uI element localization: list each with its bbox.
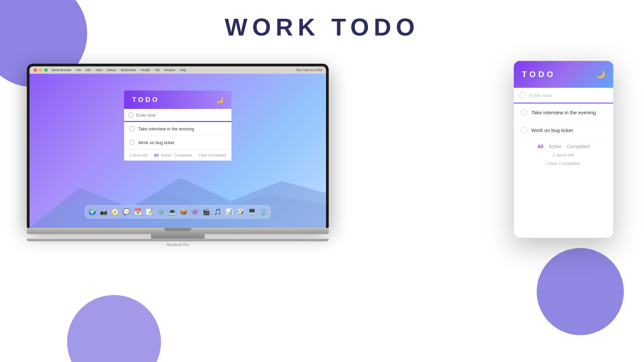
- macbook-notch: [164, 228, 191, 231]
- todo-app-laptop: TODO 🌙 Take interview in the evening: [124, 90, 231, 161]
- dock-icon-messages[interactable]: 💬: [121, 207, 131, 217]
- todo-header-laptop: TODO 🌙: [124, 90, 231, 109]
- page-title: WORK TODO: [225, 13, 420, 41]
- input-circle-laptop: [128, 112, 133, 118]
- item-checkbox-2-laptop[interactable]: [129, 140, 135, 145]
- menubar-items: Brave Browser File Edit View History Boo…: [52, 68, 186, 72]
- phone-item-checkbox-1[interactable]: [521, 109, 527, 116]
- phone-input-circle: [519, 92, 526, 99]
- phone-items-left: 2 items left: [553, 153, 574, 158]
- item-checkbox-1-laptop[interactable]: [129, 126, 135, 131]
- phone-filter-completed[interactable]: Completed: [567, 144, 590, 149]
- filter-group-laptop: All Active Completed: [154, 153, 192, 157]
- close-button-dot[interactable]: [34, 68, 37, 72]
- bg-decoration-bottom-left: [67, 295, 161, 362]
- phone-moon-icon[interactable]: 🌙: [596, 70, 605, 79]
- menu-file[interactable]: File: [76, 68, 81, 72]
- menu-people[interactable]: People: [141, 68, 150, 72]
- phone-item-text-2: Work on bug ticket: [531, 127, 573, 133]
- item-text-2-laptop: Work on bug ticket: [138, 140, 174, 145]
- dock-icon-calendar[interactable]: 📅: [133, 207, 143, 217]
- minimize-button-dot[interactable]: [39, 68, 42, 72]
- dock-icon-settings[interactable]: ⚙️: [156, 207, 166, 217]
- item-text-1-laptop: Take interview in the evening: [138, 126, 194, 131]
- phone-body-empty: [514, 171, 613, 238]
- items-left-laptop: 2 items left: [129, 153, 147, 157]
- dock-icon-game[interactable]: 🎲: [235, 207, 246, 217]
- macbook-screen-outer: Brave Browser File Edit View History Boo…: [27, 64, 329, 228]
- phone-todo-item-2: Work on bug ticket: [514, 121, 613, 139]
- phone-clear-completed[interactable]: Clear Completed: [547, 161, 580, 166]
- dock-icon-music[interactable]: 🎵: [213, 207, 223, 217]
- phone-todo-list: Take interview in the evening Work on bu…: [514, 104, 613, 139]
- dock-icon-discord[interactable]: 👾: [190, 207, 200, 217]
- menu-view[interactable]: View: [96, 68, 102, 72]
- clear-completed-laptop[interactable]: Clear Completed: [198, 153, 226, 157]
- phone-todo-header: TODO 🌙: [514, 61, 613, 88]
- dock-icon-archive[interactable]: 📦: [178, 207, 189, 217]
- menu-history[interactable]: History: [107, 68, 116, 72]
- dock-icon-trash[interactable]: 🗑️: [258, 207, 268, 217]
- menubar-datetime: Thu 7 Dec 9:17 PM: [296, 68, 322, 72]
- dock-icon-notes[interactable]: 📝: [144, 207, 154, 217]
- dock-icon-monitor[interactable]: 🖥️: [247, 207, 257, 217]
- phone-mockup: TODO 🌙 Enter task Take interview in the …: [513, 60, 614, 238]
- todo-item-2-laptop: Work on bug ticket: [124, 136, 231, 149]
- phone-frame: TODO 🌙 Enter task Take interview in the …: [513, 60, 614, 238]
- macos-dock: 🌍 📷 🧭 💬 📅 📝 ⚙️ 💻 📦 👾 🎬 🎵 📊 🎲 🖥️ 🗑️: [85, 205, 271, 219]
- filter-active-laptop[interactable]: Active: [161, 153, 171, 157]
- phone-todo-title: TODO: [522, 70, 556, 79]
- macbook-menubar: Brave Browser File Edit View History Boo…: [30, 66, 326, 74]
- phone-input-area: Enter task: [514, 88, 613, 104]
- phone-todo-item-1: Take interview in the evening: [514, 104, 613, 121]
- menu-window[interactable]: Window: [164, 68, 175, 72]
- menu-app[interactable]: Brave Browser: [52, 68, 71, 72]
- macbook-label: MacBook Pro: [27, 243, 329, 247]
- phone-item-checkbox-2[interactable]: [521, 127, 527, 133]
- phone-footer: All Active Completed 2 items left Clear …: [514, 139, 613, 171]
- phone-item-text-1: Take interview in the evening: [531, 110, 596, 115]
- macbook-screen: TODO 🌙 Take interview in the evening: [30, 74, 326, 228]
- dock-icon-stats[interactable]: 📊: [224, 207, 234, 217]
- phone-input-placeholder[interactable]: Enter task: [529, 93, 552, 98]
- todo-title-laptop: TODO: [132, 96, 159, 104]
- dock-icon-safari[interactable]: 🧭: [110, 207, 120, 217]
- menu-help[interactable]: Help: [180, 68, 186, 72]
- todo-footer-laptop: 2 items left All Active Completed Clear …: [124, 149, 231, 161]
- moon-icon-laptop[interactable]: 🌙: [216, 96, 223, 104]
- menu-tab[interactable]: Tab: [155, 68, 160, 72]
- macbook-foot: [27, 239, 329, 241]
- filter-all-laptop[interactable]: All: [154, 153, 159, 157]
- todo-input-area-laptop: [124, 109, 231, 122]
- phone-filter-active[interactable]: Active: [549, 144, 561, 149]
- menu-bookmarks[interactable]: Bookmarks: [121, 68, 136, 72]
- menu-edit[interactable]: Edit: [86, 68, 91, 72]
- macbook-mockup: Brave Browser File Edit View History Boo…: [27, 64, 329, 247]
- phone-filter-group: All Active Completed: [537, 144, 590, 149]
- todo-list-laptop: Take interview in the evening Work on bu…: [124, 122, 231, 149]
- dock-icon-terminal[interactable]: 💻: [167, 207, 177, 217]
- dock-icon-video[interactable]: 🎬: [201, 207, 211, 217]
- dock-icon-finder[interactable]: 🌍: [87, 207, 97, 217]
- maximize-button-dot[interactable]: [44, 68, 48, 72]
- todo-input-laptop[interactable]: [136, 113, 227, 118]
- macbook-base: [27, 228, 329, 234]
- phone-filter-all[interactable]: All: [537, 144, 543, 149]
- todo-item-1-laptop: Take interview in the evening: [124, 122, 231, 136]
- macbook-stand: [151, 234, 205, 239]
- dock-icon-photos[interactable]: 📷: [99, 207, 109, 217]
- bg-decoration-bottom-right: [537, 248, 624, 335]
- filter-completed-laptop[interactable]: Completed: [174, 153, 192, 157]
